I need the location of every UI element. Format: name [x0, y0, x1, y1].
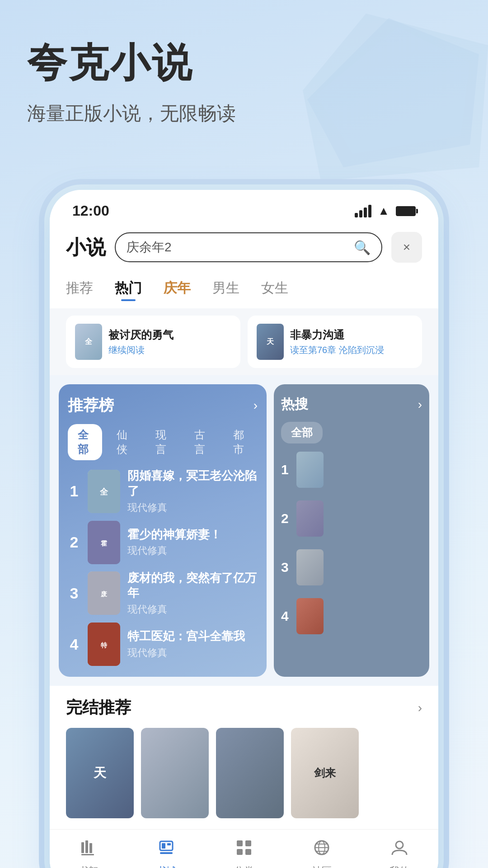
app-name-label: 小说: [66, 234, 106, 261]
hot-book-list: 1 2 3 4: [281, 452, 422, 641]
battery-icon: [396, 206, 416, 216]
bookshelf-icon: [80, 839, 98, 861]
svg-rect-21: [237, 849, 243, 855]
filter-all[interactable]: 全部: [68, 424, 102, 460]
svg-rect-17: [167, 843, 171, 845]
book-tag-2: 现代修真: [127, 544, 258, 557]
filter-dushi[interactable]: 都市: [223, 424, 258, 460]
svg-rect-13: [89, 843, 92, 853]
tab-recommend[interactable]: 推荐: [66, 279, 93, 301]
book-item-1[interactable]: 1 全 阴婚喜嫁，冥王老公沦陷了 现代修真: [68, 468, 258, 514]
book-cover-1: 全: [88, 470, 120, 513]
hot-rank-4: 4: [281, 609, 292, 624]
search-value: 庆余年2: [127, 239, 354, 256]
hot-panel-header: 热搜 ›: [281, 395, 422, 414]
hot-item-1[interactable]: 1: [281, 452, 422, 488]
svg-text:全: 全: [99, 487, 108, 496]
hot-cover-4: [296, 598, 324, 634]
rank-2: 2: [68, 533, 80, 551]
book-item-4[interactable]: 4 特 特工医妃：宫斗全靠我 现代修真: [68, 623, 258, 666]
book-cover-4: 特: [88, 623, 120, 666]
recent-info-1: 被讨厌的勇气 继续阅读: [108, 328, 231, 356]
book-item-3[interactable]: 3 废 废材的我，突然有了亿万年 现代修真: [68, 571, 258, 617]
search-bar[interactable]: 庆余年2 🔍: [115, 232, 382, 262]
filter-xianxia[interactable]: 仙侠: [107, 424, 141, 460]
close-button[interactable]: ×: [391, 232, 422, 263]
signal-icon: [355, 205, 371, 217]
hot-rank-1: 1: [281, 462, 292, 477]
svg-text:特: 特: [100, 642, 108, 649]
tab-hot[interactable]: 热门: [115, 279, 142, 301]
status-icons: ▲: [355, 204, 416, 218]
wifi-icon: ▲: [378, 204, 389, 218]
hot-panel-title: 热搜: [281, 395, 308, 414]
completed-title: 完结推荐: [66, 697, 131, 719]
recommend-filters: 全部 仙侠 现言 古言 都市: [68, 424, 258, 460]
hot-item-3[interactable]: 3: [281, 549, 422, 585]
svg-point-28: [396, 841, 403, 849]
store-icon: [157, 839, 175, 861]
tab-qingnian[interactable]: 庆年: [164, 279, 191, 301]
recent-reads: 全 被讨厌的勇气 继续阅读 天 非暴力沟通 读至第76章 沦陷到沉浸: [50, 308, 438, 375]
category-icon: [235, 839, 253, 861]
book-info-2: 霍少的神算娇妻！ 现代修真: [127, 527, 258, 558]
nav-item-bookshelf[interactable]: 书架: [50, 839, 127, 868]
recommend-panel-arrow[interactable]: ›: [253, 398, 258, 413]
nav-item-store[interactable]: 书城: [127, 839, 205, 868]
filter-guyan[interactable]: 古言: [184, 424, 219, 460]
hot-item-4[interactable]: 4: [281, 598, 422, 634]
app-header: 小说 庆余年2 🔍 ×: [50, 223, 438, 272]
filter-xiandai[interactable]: 现言: [145, 424, 180, 460]
nav-label-bookshelf: 书架: [79, 864, 99, 868]
book-info-4: 特工医妃：宫斗全靠我 现代修真: [127, 629, 258, 660]
recent-card-2[interactable]: 天 非暴力沟通 读至第76章 沦陷到沉浸: [248, 316, 422, 368]
svg-rect-22: [245, 849, 251, 855]
nav-label-category: 分类: [234, 864, 254, 868]
tab-female[interactable]: 女生: [261, 279, 288, 301]
recommend-panel-header: 推荐榜 ›: [68, 395, 258, 416]
nav-item-category[interactable]: 分类: [205, 839, 283, 868]
grid-book-3[interactable]: [216, 728, 284, 818]
book-title-1: 阴婚喜嫁，冥王老公沦陷了: [127, 468, 258, 499]
bottom-nav: 书架 书城: [50, 829, 438, 868]
grid-book-4[interactable]: 剑来: [291, 728, 359, 818]
hot-filter-all[interactable]: 全部: [281, 422, 323, 443]
book-info-1: 阴婚喜嫁，冥王老公沦陷了 现代修真: [127, 468, 258, 514]
phone-mockup: 12:00 ▲ 小说 庆余年2 🔍 ×: [50, 190, 438, 868]
top-section: 夸克小说 海量正版小说，无限畅读: [0, 0, 488, 190]
recent-action-2: 读至第76章 沦陷到沉浸: [290, 344, 413, 356]
grid-book-2[interactable]: [141, 728, 209, 818]
completed-arrow[interactable]: ›: [418, 701, 422, 715]
book-title-2: 霍少的神算娇妻！: [127, 527, 258, 542]
completed-header: 完结推荐 ›: [66, 697, 422, 719]
nav-item-profile[interactable]: 我的: [361, 839, 438, 868]
hot-cover-2: [296, 500, 324, 537]
nav-item-community[interactable]: 社区: [283, 839, 361, 868]
main-content: 推荐榜 › 全部 仙侠 现言 古言 都市 1: [50, 375, 438, 686]
recent-info-2: 非暴力沟通 读至第76章 沦陷到沉浸: [290, 328, 413, 356]
recent-card-1[interactable]: 全 被讨厌的勇气 继续阅读: [66, 316, 240, 368]
svg-rect-16: [162, 843, 165, 849]
profile-icon: [390, 839, 408, 861]
grid-book-1[interactable]: 天: [66, 728, 134, 818]
hot-rank-3: 3: [281, 560, 292, 575]
status-bar: 12:00 ▲: [50, 190, 438, 223]
community-icon: [313, 839, 331, 861]
rank-1: 1: [68, 482, 80, 500]
tab-male[interactable]: 男生: [212, 279, 239, 301]
book-item-2[interactable]: 2 霍 霍少的神算娇妻！ 现代修真: [68, 521, 258, 564]
close-icon: ×: [403, 240, 410, 255]
svg-rect-20: [245, 840, 251, 846]
status-time: 12:00: [72, 203, 109, 219]
recommend-panel-title: 推荐榜: [68, 395, 114, 416]
svg-text:废: 废: [100, 590, 108, 598]
search-icon[interactable]: 🔍: [354, 240, 371, 255]
book-tag-4: 现代修真: [127, 646, 258, 660]
book-tag-3: 现代修真: [127, 603, 258, 616]
svg-rect-18: [160, 852, 173, 854]
phone-wrapper: 12:00 ▲ 小说 庆余年2 🔍 ×: [0, 190, 488, 868]
book-title-4: 特工医妃：宫斗全靠我: [127, 629, 258, 644]
hot-item-2[interactable]: 2: [281, 500, 422, 537]
hot-panel-arrow[interactable]: ›: [418, 397, 422, 412]
book-cover-2: 霍: [88, 521, 120, 564]
